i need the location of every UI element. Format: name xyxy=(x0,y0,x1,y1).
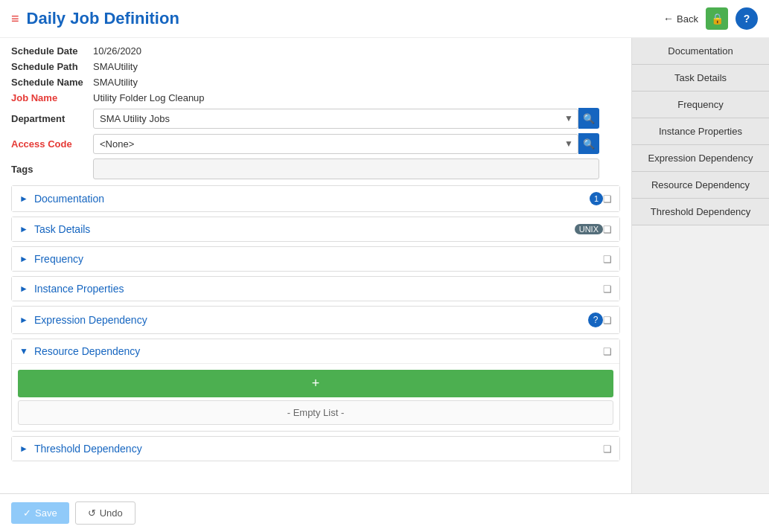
access-code-label: Access Code xyxy=(11,138,93,150)
threshold-dependency-expand-icon[interactable]: ❏ xyxy=(603,443,612,455)
frequency-expand-icon[interactable]: ❏ xyxy=(603,254,612,265)
sidebar-item-instance-properties[interactable]: Instance Properties xyxy=(632,118,769,145)
sidebar-item-threshold-dependency[interactable]: Threshold Dependency xyxy=(632,199,769,225)
back-label: Back xyxy=(677,13,698,25)
instance-properties-section-header[interactable]: ► Instance Properties ❏ xyxy=(12,277,619,301)
schedule-date-value: 10/26/2020 xyxy=(93,45,141,57)
schedule-name-value: SMAUtility xyxy=(93,77,138,88)
resource-dependency-toggle-icon: ▼ xyxy=(19,346,28,356)
department-label: Department xyxy=(11,113,93,124)
help-icon: ? xyxy=(744,13,750,25)
documentation-section-header[interactable]: ► Documentation 1 ❏ xyxy=(12,186,619,211)
schedule-path-label: Schedule Path xyxy=(11,61,93,72)
resource-dependency-expand-icon[interactable]: ❏ xyxy=(603,346,612,357)
lock-button[interactable]: 🔒 xyxy=(706,7,728,30)
task-details-section: ► Task Details UNIX ❏ xyxy=(11,217,620,242)
check-icon: ✓ xyxy=(23,507,31,519)
page-title: Daily Job Definition xyxy=(27,9,664,28)
header-actions: ← Back 🔒 ? xyxy=(663,7,758,30)
tags-input[interactable] xyxy=(93,158,599,179)
expression-dependency-section-header[interactable]: ► Expression Dependency ? ❏ xyxy=(12,307,619,333)
expression-dependency-help-icon[interactable]: ? xyxy=(588,313,603,327)
undo-button[interactable]: ↺ Undo xyxy=(75,501,135,525)
access-code-search-button[interactable]: 🔍 xyxy=(578,133,599,154)
hamburger-icon[interactable]: ≡ xyxy=(11,11,19,27)
department-select-wrapper: SMA Utility Jobs ▼ 🔍 xyxy=(93,108,599,129)
access-code-row: Access Code <None> ▼ 🔍 xyxy=(11,133,620,154)
resource-dependency-section-title: Resource Dependency xyxy=(34,345,603,357)
undo-icon: ↺ xyxy=(88,507,96,519)
instance-properties-section: ► Instance Properties ❏ xyxy=(11,276,620,301)
frequency-section-title: Frequency xyxy=(34,253,603,265)
left-panel: Schedule Date 10/26/2020 Schedule Path S… xyxy=(0,38,631,493)
sections-area: ► Documentation 1 ❏ ► Task Details UNIX … xyxy=(11,185,620,461)
schedule-name-row: Schedule Name SMAUtility xyxy=(11,77,620,88)
back-button[interactable]: ← Back xyxy=(663,13,698,25)
documentation-section: ► Documentation 1 ❏ xyxy=(11,185,620,212)
expression-dependency-toggle-icon: ► xyxy=(19,315,28,325)
documentation-badge: 1 xyxy=(590,192,603,205)
sidebar-item-frequency[interactable]: Frequency xyxy=(632,92,769,118)
access-code-select[interactable]: <None> xyxy=(93,134,578,154)
undo-label: Undo xyxy=(100,507,123,519)
resource-dependency-section-body: + - Empty List - xyxy=(12,363,619,431)
frequency-section-header[interactable]: ► Frequency ❏ xyxy=(12,247,619,271)
task-details-section-header[interactable]: ► Task Details UNIX ❏ xyxy=(12,217,619,241)
resource-dependency-section: ▼ Resource Dependency ❏ + - Empty List - xyxy=(11,339,620,432)
documentation-expand-icon[interactable]: ❏ xyxy=(603,193,612,205)
search-icon: 🔍 xyxy=(583,138,595,150)
sidebar-item-resource-dependency[interactable]: Resource Dependency xyxy=(632,172,769,199)
schedule-path-row: Schedule Path SMAUtility xyxy=(11,61,620,72)
job-name-row: Job Name Utility Folder Log Cleanup xyxy=(11,92,620,103)
frequency-section: ► Frequency ❏ xyxy=(11,246,620,272)
instance-properties-toggle-icon: ► xyxy=(19,283,28,294)
department-search-button[interactable]: 🔍 xyxy=(578,108,599,129)
back-arrow-icon: ← xyxy=(663,13,674,25)
right-sidebar: Documentation Task Details Frequency Ins… xyxy=(631,38,769,493)
access-code-input-row: <None> ▼ 🔍 xyxy=(93,133,599,154)
documentation-section-title: Documentation xyxy=(34,193,585,205)
department-input-row: SMA Utility Jobs ▼ 🔍 xyxy=(93,108,599,129)
sidebar-item-expression-dependency[interactable]: Expression Dependency xyxy=(632,145,769,172)
instance-properties-expand-icon[interactable]: ❏ xyxy=(603,283,612,295)
tags-label: Tags xyxy=(11,164,93,175)
threshold-dependency-section: ► Threshold Dependency ❏ xyxy=(11,436,620,461)
threshold-dependency-section-header[interactable]: ► Threshold Dependency ❏ xyxy=(12,437,619,461)
task-details-section-title: Task Details xyxy=(34,223,570,235)
access-code-select-wrapper: <None> ▼ 🔍 xyxy=(93,133,599,154)
department-row: Department SMA Utility Jobs ▼ 🔍 xyxy=(11,108,620,129)
save-label: Save xyxy=(35,507,57,519)
schedule-path-value: SMAUtility xyxy=(93,61,138,72)
add-resource-dependency-button[interactable]: + xyxy=(18,370,613,397)
job-name-value: Utility Folder Log Cleanup xyxy=(93,92,205,103)
task-details-expand-icon[interactable]: ❏ xyxy=(603,224,612,235)
expression-dependency-section-title: Expression Dependency xyxy=(34,314,584,326)
threshold-dependency-toggle-icon: ► xyxy=(19,443,28,454)
schedule-name-label: Schedule Name xyxy=(11,77,93,88)
documentation-toggle-icon: ► xyxy=(19,193,28,204)
task-details-badge: UNIX xyxy=(575,224,603,234)
task-details-toggle-icon: ► xyxy=(19,224,28,234)
resource-dependency-empty-list: - Empty List - xyxy=(18,400,613,425)
job-name-label: Job Name xyxy=(11,92,93,103)
instance-properties-section-title: Instance Properties xyxy=(34,283,603,295)
help-button[interactable]: ? xyxy=(736,7,758,30)
expression-dependency-expand-icon[interactable]: ❏ xyxy=(603,315,612,326)
sidebar-item-task-details[interactable]: Task Details xyxy=(632,65,769,92)
header: ≡ Daily Job Definition ← Back 🔒 ? xyxy=(0,0,769,38)
department-select[interactable]: SMA Utility Jobs xyxy=(93,109,578,129)
threshold-dependency-section-title: Threshold Dependency xyxy=(34,443,603,455)
search-icon: 🔍 xyxy=(583,113,595,124)
resource-dependency-section-header[interactable]: ▼ Resource Dependency ❏ xyxy=(12,339,619,363)
expression-dependency-section: ► Expression Dependency ? ❏ xyxy=(11,306,620,334)
main-content: Schedule Date 10/26/2020 Schedule Path S… xyxy=(0,38,769,493)
tags-row: Tags xyxy=(11,158,620,179)
sidebar-item-documentation[interactable]: Documentation xyxy=(632,38,769,65)
schedule-date-label: Schedule Date xyxy=(11,45,93,57)
save-button[interactable]: ✓ Save xyxy=(11,502,69,524)
footer: ✓ Save ↺ Undo xyxy=(0,493,769,532)
lock-icon: 🔒 xyxy=(711,13,724,25)
frequency-toggle-icon: ► xyxy=(19,254,28,264)
schedule-date-row: Schedule Date 10/26/2020 xyxy=(11,45,620,57)
app-container: ≡ Daily Job Definition ← Back 🔒 ? Schedu… xyxy=(0,0,769,532)
